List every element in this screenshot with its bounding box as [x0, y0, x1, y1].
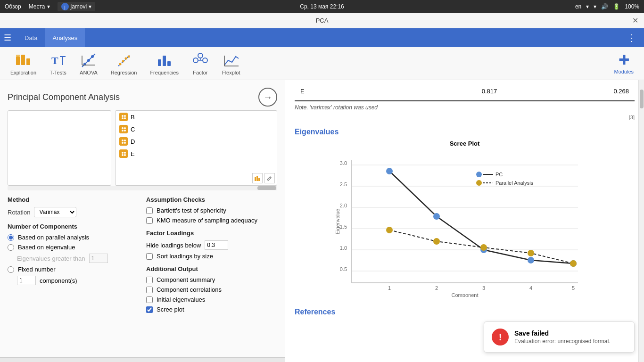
lang-label[interactable]: en: [575, 3, 581, 10]
overview-label[interactable]: Обзор: [5, 3, 21, 10]
svg-point-15: [122, 60, 124, 62]
svg-point-52: [433, 213, 440, 220]
bartlett-checkbox[interactable]: [146, 207, 153, 214]
lang-chevron-icon: ▾: [586, 3, 589, 10]
results-area[interactable]: E 0.817 0.268 Note. 'varimax' rotation w…: [285, 80, 644, 362]
kmo-label: KMO measure of sampling adequacy: [157, 217, 257, 224]
hide-loadings-label: Hide loadings below: [146, 242, 201, 249]
wifi-icon: ▾: [594, 3, 596, 10]
regression-icon: [116, 52, 132, 69]
parallel-analysis-radio[interactable]: [8, 234, 14, 241]
available-variables-list[interactable]: [8, 110, 111, 186]
row-label-e: E: [295, 86, 371, 97]
svg-text:3.0: 3.0: [339, 160, 347, 166]
scree-plot: 3.0 2.5 2.0 1.5 1.0 0.5: [333, 151, 597, 298]
options-col-right: Assumption Checks Bartlett's test of sph…: [146, 196, 277, 354]
component-count-input[interactable]: [17, 276, 36, 285]
right-panel: E 0.817 0.268 Note. 'varimax' rotation w…: [285, 80, 644, 362]
pca-title: Principal Component Analysis: [8, 92, 120, 102]
svg-point-9: [87, 59, 90, 62]
svg-text:Component: Component: [451, 292, 478, 297]
svg-text:T: T: [51, 55, 58, 66]
scree-plot-label: Scree plot: [157, 306, 184, 313]
toolbar-regression[interactable]: Regression: [104, 49, 144, 78]
variable-icon: [119, 125, 128, 133]
svg-text:4: 4: [529, 285, 532, 291]
modules-button[interactable]: ✚ Modules: [607, 49, 640, 77]
toolbar-exploration[interactable]: Exploration: [4, 49, 43, 78]
svg-text:2.0: 2.0: [339, 203, 347, 208]
jamovi-logo-icon: j: [61, 3, 69, 10]
jamovi-btn[interactable]: j jamovi ▾: [58, 2, 96, 11]
panel-bottom-scroll[interactable]: [0, 357, 285, 362]
modules-label: Modules: [614, 69, 634, 74]
svg-line-31: [270, 177, 271, 178]
svg-text:PC: PC: [495, 172, 503, 177]
eigenvalue-threshold-input[interactable]: [89, 254, 108, 263]
places-chevron-icon: ▾: [47, 3, 50, 10]
left-panel: Principal Component Analysis → B: [0, 80, 285, 362]
toolbar-flexplot[interactable]: Flexplot: [215, 49, 247, 78]
svg-text:0.5: 0.5: [339, 266, 347, 272]
right-scrollbar[interactable]: [638, 80, 644, 362]
factor-loadings-title: Factor Loadings: [146, 230, 277, 237]
svg-point-61: [476, 172, 482, 177]
initial-eigenvalues-checkbox[interactable]: [146, 296, 153, 303]
svg-point-60: [570, 260, 577, 267]
rotation-label: Rotation: [8, 209, 30, 216]
notification-content: Save failed Evaluation error: unrecognis…: [514, 329, 611, 345]
places-btn[interactable]: Места ▾: [29, 3, 50, 10]
battery-icon: 🔋: [613, 3, 620, 10]
main-layout: Principal Component Analysis → B: [0, 80, 644, 362]
component-correlations-checkbox[interactable]: [146, 287, 153, 293]
exploration-icon: [15, 52, 32, 69]
eigenvalue-radio[interactable]: [8, 244, 14, 251]
fixed-number-radio[interactable]: [8, 266, 14, 273]
list-item[interactable]: B: [116, 111, 277, 123]
rotation-select[interactable]: Varimax None Quartimax Oblimin Promax: [34, 207, 76, 217]
list-item[interactable]: D: [116, 135, 277, 148]
ttests-label: T-Tests: [50, 70, 66, 75]
scree-plot-title: Scree Plot: [295, 140, 635, 147]
svg-point-56: [386, 227, 393, 233]
close-button[interactable]: ✕: [632, 16, 638, 25]
list-bar-chart-icon[interactable]: [252, 173, 263, 183]
toolbar-frequencies[interactable]: Frequencies: [143, 49, 185, 78]
row-val1-e: 0.817: [371, 86, 503, 97]
more-options-icon[interactable]: ⋮: [623, 32, 640, 43]
hide-loadings-input[interactable]: [205, 240, 228, 250]
navigate-arrow-button[interactable]: →: [258, 88, 277, 107]
variables-scrollbar[interactable]: [8, 186, 277, 190]
tab-analyses[interactable]: Analyses: [45, 28, 85, 47]
sort-loadings-checkbox[interactable]: [146, 253, 153, 260]
scree-plot-checkbox[interactable]: [146, 306, 153, 313]
svg-text:5: 5: [571, 285, 574, 291]
component-summary-checkbox[interactable]: [146, 277, 153, 283]
component-summary-label: Component summary: [157, 276, 215, 283]
list-edit-icon[interactable]: [264, 173, 275, 183]
anova-label: ANOVA: [80, 70, 98, 75]
kmo-checkbox[interactable]: [146, 217, 153, 224]
svg-point-22: [203, 58, 207, 63]
factor-label: Factor: [193, 70, 207, 75]
rotation-note: Note. 'varimax' rotation was used: [295, 104, 635, 111]
toolbar-factor[interactable]: Factor: [185, 49, 215, 78]
hamburger-menu-icon[interactable]: ☰: [4, 33, 11, 43]
list-item[interactable]: E: [116, 148, 277, 160]
footnote-number: [3]: [295, 115, 635, 120]
svg-text:2: 2: [435, 285, 438, 291]
num-components-section: Number of Components Based on parallel a…: [8, 223, 139, 285]
exploration-label: Exploration: [10, 70, 36, 75]
list-item[interactable]: C: [116, 123, 277, 135]
variable-icon: [119, 113, 128, 121]
toolbar-ttests[interactable]: T T-Tests: [43, 49, 73, 78]
loadings-table: E 0.817 0.268: [295, 86, 635, 97]
selected-variables-list[interactable]: B C D E: [115, 110, 277, 186]
svg-point-58: [480, 244, 487, 251]
tab-data[interactable]: Data: [17, 28, 45, 47]
toolbar-anova[interactable]: ANOVA: [73, 49, 104, 78]
svg-point-51: [386, 168, 393, 174]
regression-label: Regression: [111, 70, 137, 75]
fixed-number-label: Fixed number: [18, 266, 55, 273]
initial-eigenvalues-label: Initial eigenvalues: [157, 296, 205, 303]
